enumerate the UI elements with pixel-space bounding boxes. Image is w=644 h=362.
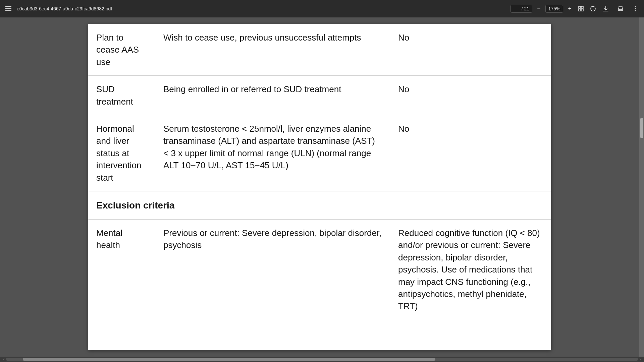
page-separator: / <box>522 6 523 11</box>
svg-rect-8 <box>619 9 622 11</box>
svg-rect-1 <box>581 6 583 8</box>
toolbar-left: e0cab3d3-6ec4-4667-a9da-c29fca9d8682.pdf <box>4 5 507 12</box>
cell-sud-label: SUD treatment <box>88 76 155 115</box>
cell-plan-cease-desc: Wish to cease use, previous unsuccessful… <box>155 24 390 76</box>
scrollbar-thumb[interactable] <box>640 118 643 138</box>
menu-icon[interactable] <box>4 5 13 12</box>
svg-rect-2 <box>579 9 581 11</box>
zoom-in-button[interactable]: + <box>566 5 574 13</box>
fit-page-button[interactable] <box>576 4 586 13</box>
history-button[interactable] <box>588 4 598 13</box>
filename-label: e0cab3d3-6ec4-4667-a9da-c29fca9d8682.pdf <box>17 6 112 11</box>
cell-sud-desc: Being enrolled in or referred to SUD tre… <box>155 76 390 115</box>
print-button[interactable] <box>616 4 625 13</box>
page-navigation[interactable]: 7 / 21 <box>511 5 532 13</box>
table-row: SUD treatment Being enrolled in or refer… <box>88 76 551 115</box>
exclusion-criteria-header: Exclusion criteria <box>88 191 551 219</box>
download-button[interactable] <box>601 4 610 13</box>
svg-point-11 <box>635 8 636 9</box>
viewer-scroll[interactable]: Plan to cease AAS use Wish to cease use,… <box>0 17 639 357</box>
section-header-row: Exclusion criteria <box>88 191 551 219</box>
scroll-track <box>6 358 638 361</box>
cell-hormonal-desc: Serum testosterone < 25nmol/l, liver enz… <box>155 115 390 191</box>
table-row: Plan to cease AAS use Wish to cease use,… <box>88 24 551 76</box>
cell-plan-cease-label: Plan to cease AAS use <box>88 24 155 76</box>
toolbar-center: 7 / 21 − 175% + <box>511 4 598 13</box>
pdf-page: Plan to cease AAS use Wish to cease use,… <box>88 24 551 350</box>
cell-mental-desc: Previous or current: Severe depression, … <box>155 220 390 320</box>
cell-hormonal-label: Hormonal and liver status at interventio… <box>88 115 155 191</box>
vertical-scrollbar[interactable] <box>639 17 644 357</box>
table-row: Hormonal and liver status at interventio… <box>88 115 551 191</box>
scroll-right-arrow[interactable]: › <box>638 357 642 362</box>
page-total: 21 <box>524 6 530 11</box>
table-row: Mental health Previous or current: Sever… <box>88 220 551 320</box>
scroll-left-arrow[interactable]: ‹ <box>2 357 6 362</box>
criteria-table: Plan to cease AAS use Wish to cease use,… <box>88 24 551 320</box>
svg-point-9 <box>622 9 623 9</box>
cell-sud-val: No <box>390 76 551 115</box>
cell-plan-cease-val: No <box>390 24 551 76</box>
page-input[interactable]: 7 <box>514 6 520 11</box>
horizontal-scrollbar[interactable]: ‹ › <box>0 357 644 362</box>
scroll-thumb[interactable] <box>23 358 435 361</box>
zoom-out-button[interactable]: − <box>535 5 543 13</box>
viewer-area: Plan to cease AAS use Wish to cease use,… <box>0 17 644 357</box>
svg-rect-3 <box>581 9 583 11</box>
cell-mental-val: Reduced cognitive function (IQ < 80) and… <box>390 220 551 320</box>
toolbar: e0cab3d3-6ec4-4667-a9da-c29fca9d8682.pdf… <box>0 0 644 17</box>
cell-hormonal-val: No <box>390 115 551 191</box>
svg-rect-0 <box>579 6 581 8</box>
zoom-level-display: 175% <box>545 5 564 13</box>
more-options-button[interactable] <box>631 4 640 13</box>
cell-mental-label: Mental health <box>88 220 155 320</box>
svg-point-10 <box>635 6 636 7</box>
svg-point-12 <box>635 10 636 11</box>
toolbar-right <box>601 4 640 13</box>
